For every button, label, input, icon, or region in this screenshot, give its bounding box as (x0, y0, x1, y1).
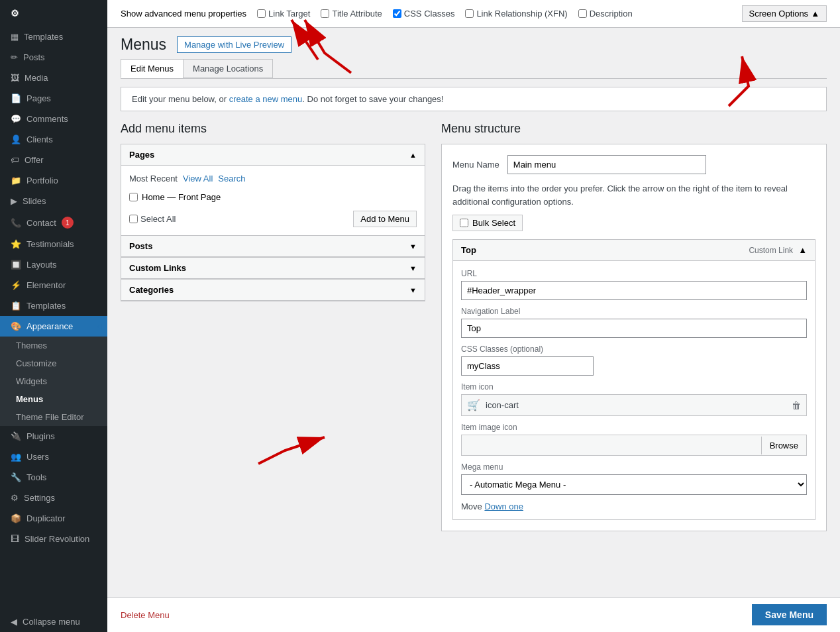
mega-menu-select[interactable]: - Automatic Mega Menu - (461, 474, 807, 495)
css-classes-checkbox[interactable] (393, 9, 401, 18)
users-icon: 👥 (11, 452, 21, 462)
live-preview-button[interactable]: Manage with Live Preview (177, 36, 291, 53)
add-to-menu-button[interactable]: Add to Menu (353, 211, 417, 227)
sidebar-subitem-menus[interactable]: Menus (0, 390, 107, 408)
link-target-checkbox[interactable] (257, 9, 266, 18)
menu-item-header[interactable]: Top Custom Link ▲ (453, 240, 815, 261)
categories-accordion-header[interactable]: Categories ▼ (121, 280, 425, 301)
posts-accordion-header[interactable]: Posts ▼ (121, 236, 425, 257)
pages-accordion-body: Most Recent View All Search Home — Front… (121, 166, 425, 235)
sidebar-item-elementor[interactable]: ⚡ Elementor (0, 275, 107, 295)
save-menu-button[interactable]: Save Menu (752, 604, 827, 625)
nav-label-field-group: Navigation Label (461, 307, 807, 338)
sidebar-item-collapse[interactable]: ◀ Collapse menu (0, 611, 107, 632)
pages-accordion: Pages ▲ Most Recent View All Search H (121, 144, 425, 236)
delete-menu-link[interactable]: Delete Menu (121, 610, 170, 620)
sidebar-item-posts[interactable]: ✏ Posts (0, 47, 107, 68)
sidebar-item-slider-revolution[interactable]: 🎞 Slider Revolution (0, 529, 107, 549)
url-label: URL (461, 269, 807, 278)
custom-links-accordion: Custom Links ▼ (121, 257, 425, 280)
mega-menu-field-group: Mega menu - Automatic Mega Menu - (461, 462, 807, 495)
sidebar-item-offer[interactable]: 🏷 Offer (0, 150, 107, 170)
page-content-area: Menus Manage with Live Preview Edit Menu… (107, 28, 840, 597)
link-relationship-checkbox-label[interactable]: Link Relationship (XFN) (465, 9, 567, 19)
bulk-select-button[interactable]: Bulk Select (452, 215, 523, 231)
move-down-one-link[interactable]: Down one (484, 501, 523, 511)
sidebar-item-appearance[interactable]: 🎨 Appearance ◀ (0, 316, 107, 337)
sidebar-item-settings[interactable]: ⚙ Settings (0, 488, 107, 508)
css-classes-label: CSS Classes (optional) (461, 344, 807, 354)
add-menu-items-title: Add menu items (121, 122, 425, 136)
sidebar-item-testimonials[interactable]: ⭐ Testimonials (0, 234, 107, 254)
menus-title: Menus (121, 36, 166, 54)
sidebar-item-media[interactable]: 🖼 Media (0, 68, 107, 88)
custom-links-accordion-header[interactable]: Custom Links ▼ (121, 258, 425, 279)
menu-item-body: URL Navigation Label CSS Classes (option… (453, 261, 815, 519)
custom-links-chevron-icon: ▼ (409, 264, 417, 272)
screen-options-chevron-icon: ▲ (811, 9, 819, 19)
css-classes-field-group: CSS Classes (optional) (461, 344, 807, 376)
sidebar-item-templates-bottom[interactable]: 📋 Templates (0, 295, 107, 316)
pages-view-all-link[interactable]: View All (183, 174, 213, 184)
css-classes-input[interactable] (461, 356, 594, 376)
title-attribute-checkbox[interactable] (321, 9, 329, 18)
plugins-icon: 🔌 (11, 431, 21, 441)
description-checkbox-label[interactable]: Description (578, 9, 633, 19)
link-relationship-checkbox[interactable] (465, 9, 474, 18)
clients-icon: 👤 (11, 134, 21, 144)
menu-name-input[interactable] (507, 155, 706, 174)
sidebar-subitem-customize[interactable]: Customize (0, 354, 107, 372)
pages-search-link[interactable]: Search (218, 174, 245, 184)
browse-button[interactable]: Browse (761, 437, 806, 454)
title-attribute-checkbox-label[interactable]: Title Attribute (321, 9, 382, 19)
menu-structure-col: Menu structure Menu Name Drag the items … (441, 122, 827, 531)
menu-name-label: Menu Name (452, 160, 499, 170)
css-classes-checkbox-label[interactable]: CSS Classes (393, 9, 455, 19)
pages-most-recent-link[interactable]: Most Recent (129, 174, 178, 184)
pages-icon: 📄 (11, 93, 21, 103)
templates-bottom-icon: 📋 (11, 301, 21, 311)
item-icon-field-group: Item icon 🛒 icon-cart 🗑 (461, 382, 807, 416)
sidebar-item-duplicator[interactable]: 📦 Duplicator (0, 508, 107, 529)
advanced-properties-title: Show advanced menu properties (121, 9, 246, 19)
add-menu-items-col: Add menu items Pages ▲ Most Recent View … (121, 122, 425, 301)
comments-icon: 💬 (11, 114, 21, 124)
description-checkbox[interactable] (578, 9, 587, 18)
sidebar-item-slides[interactable]: ▶ Slides (0, 191, 107, 211)
sidebar-item-plugins[interactable]: 🔌 Plugins (0, 426, 107, 447)
sidebar-subitem-widgets[interactable]: Widgets (0, 372, 107, 390)
sidebar-subitem-themes[interactable]: Themes (0, 337, 107, 354)
sidebar-item-users[interactable]: 👥 Users (0, 447, 107, 467)
sidebar-item-clients[interactable]: 👤 Clients (0, 129, 107, 150)
sidebar-subitem-theme-file-editor[interactable]: Theme File Editor (0, 408, 107, 426)
two-col-layout: Add menu items Pages ▲ Most Recent View … (121, 122, 827, 531)
page-item-home-checkbox[interactable] (129, 193, 138, 201)
sidebar-item-layouts[interactable]: 🔲 Layouts (0, 254, 107, 275)
pages-accordion-header[interactable]: Pages ▲ (121, 144, 425, 166)
item-image-field-group: Item image icon Browse (461, 423, 807, 456)
categories-accordion: Categories ▼ (121, 279, 425, 301)
create-new-menu-link[interactable]: create a new menu (229, 94, 303, 104)
menus-header: Menus Manage with Live Preview (121, 36, 827, 54)
sidebar-item-comments[interactable]: 💬 Comments (0, 109, 107, 129)
tab-edit-menus[interactable]: Edit Menus (121, 59, 184, 78)
tab-manage-locations[interactable]: Manage Locations (183, 59, 273, 78)
bottom-action-bar: Delete Menu Save Menu (107, 597, 840, 632)
link-target-checkbox-label[interactable]: Link Target (257, 9, 310, 19)
nav-label-input[interactable] (461, 319, 807, 338)
elementor-icon: ⚡ (11, 280, 21, 290)
sidebar-item-tools[interactable]: 🔧 Tools (0, 467, 107, 488)
templates-icon: ▦ (11, 32, 19, 42)
layouts-icon: 🔲 (11, 260, 21, 270)
select-all-label[interactable]: Select All (129, 214, 176, 224)
select-all-checkbox[interactable] (129, 215, 138, 223)
sidebar-item-templates-top[interactable]: ▦ Templates (0, 26, 107, 47)
sidebar-item-contact[interactable]: 📞 Contact 1 (0, 211, 107, 234)
url-input[interactable] (461, 281, 807, 300)
sidebar-item-portfolio[interactable]: 📁 Portfolio (0, 170, 107, 191)
screen-options-button[interactable]: Screen Options ▲ (742, 5, 827, 22)
bulk-select-checkbox[interactable] (460, 219, 468, 227)
sidebar-item-pages[interactable]: 📄 Pages (0, 88, 107, 109)
menu-structure-title: Menu structure (441, 122, 827, 136)
delete-icon-button[interactable]: 🗑 (792, 400, 801, 411)
